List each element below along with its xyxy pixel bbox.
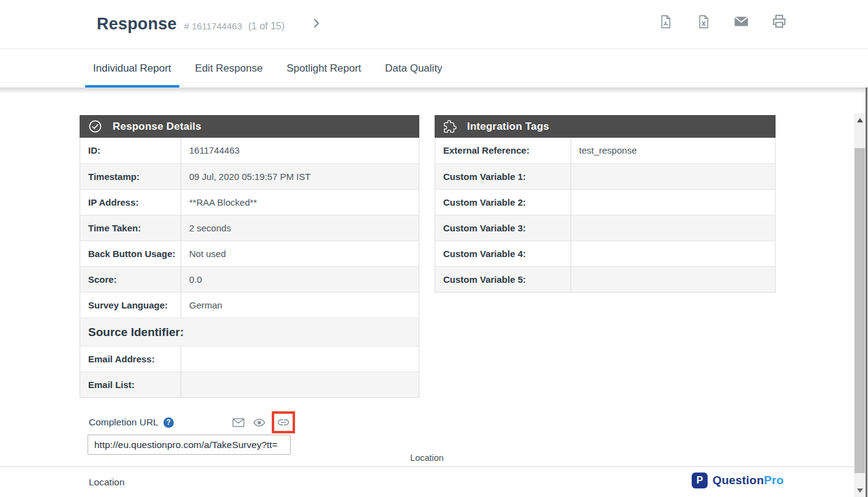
scrollbar-thumb[interactable] (855, 148, 865, 473)
section-divider (0, 466, 865, 467)
panel-title: Response Details (113, 121, 201, 133)
questionpro-logo[interactable]: P QuestionPro (692, 473, 784, 488)
questionpro-logo-mark: P (692, 473, 708, 488)
window-edge (866, 88, 867, 497)
integration-tags-panel: Integration Tags External Reference: tes… (435, 115, 776, 293)
row-value (571, 267, 775, 292)
row-value (571, 190, 775, 215)
row-label: IP Address: (80, 190, 181, 215)
completion-url-input[interactable] (88, 435, 291, 455)
row-value: Not used (181, 241, 419, 266)
table-row: Custom Variable 4: (435, 241, 775, 266)
questionpro-logo-text: QuestionPro (713, 474, 784, 487)
table-row: Custom Variable 2: (435, 189, 775, 215)
table-row: ID: 1611744463 (80, 138, 419, 163)
row-value (571, 215, 775, 241)
triangle-down-icon (857, 488, 863, 493)
row-value: test_response (571, 138, 775, 163)
location-heading: Location (89, 477, 125, 488)
table-row: Custom Variable 5: (435, 266, 775, 292)
page-header: Response # 1611744463 (1 of 15) (0, 0, 868, 49)
annotation-highlight-box (272, 411, 295, 433)
table-row: External Reference: test_response (435, 138, 775, 163)
next-response-button[interactable] (310, 17, 323, 29)
table-row: Email Address: (80, 346, 419, 372)
row-label: Email Address: (80, 346, 181, 372)
tabbar-shadow (0, 88, 868, 94)
header-toolbar (657, 13, 787, 29)
response-position: (1 of 15) (248, 21, 285, 32)
report-tabs: Individual ReportEdit ResponseSpotlight … (0, 50, 868, 88)
tab-edit-response[interactable]: Edit Response (187, 50, 271, 88)
row-value: 2 seconds (181, 215, 419, 241)
tab-data-quality[interactable]: Data Quality (377, 50, 451, 88)
vertical-scrollbar[interactable] (854, 113, 866, 497)
location-heading-center: Location (0, 453, 854, 463)
row-label: Custom Variable 2: (435, 190, 571, 215)
chevron-right-icon (310, 17, 323, 29)
row-value: 0.0 (181, 267, 419, 292)
row-value (571, 164, 775, 189)
send-email-icon[interactable] (231, 416, 245, 429)
row-label: Custom Variable 3: (435, 215, 571, 241)
table-row: Source Identifier: (80, 318, 419, 346)
pdf-export-icon[interactable] (657, 13, 673, 29)
tab-individual-report[interactable]: Individual Report (85, 50, 179, 88)
row-label: Timestamp: (80, 164, 181, 189)
row-value: **RAA Blocked** (181, 190, 419, 215)
panel-title: Integration Tags (467, 121, 549, 133)
table-row: Survey Language: German (80, 292, 419, 318)
table-row: Custom Variable 1: (435, 163, 775, 189)
row-label: Custom Variable 1: (435, 164, 571, 189)
title-group: Response # 1611744463 (1 of 15) (97, 15, 323, 34)
table-row: IP Address: **RAA Blocked** (80, 189, 419, 215)
completion-url-row: Completion URL (89, 411, 295, 434)
puzzle-icon (443, 120, 457, 133)
row-label: Source Identifier: (80, 318, 419, 346)
scroll-down-button[interactable] (854, 484, 866, 497)
check-circle-icon (88, 119, 102, 133)
response-id: # 1611744463 (184, 21, 242, 31)
row-label: Email List: (80, 372, 181, 397)
row-value (181, 346, 419, 372)
table-row: Back Button Usage: Not used (80, 241, 419, 266)
table-row: Time Taken: 2 seconds (80, 215, 419, 241)
copy-link-icon[interactable] (277, 416, 290, 429)
help-icon[interactable] (163, 417, 174, 428)
row-label: Custom Variable 4: (435, 241, 571, 266)
page-title: Response (97, 15, 177, 34)
integration-tags-table: External Reference: test_response Custom… (435, 138, 776, 293)
integration-tags-header: Integration Tags (435, 115, 776, 138)
row-label: Time Taken: (80, 215, 181, 241)
row-value (181, 372, 419, 397)
triangle-up-icon (857, 118, 863, 122)
response-details-panel: Response Details ID: 1611744463 Timestam… (80, 115, 419, 398)
completion-url-label: Completion URL (89, 417, 159, 428)
row-label: Score: (80, 267, 181, 292)
row-label: External Reference: (435, 138, 571, 163)
print-icon[interactable] (771, 13, 787, 29)
excel-export-icon[interactable] (695, 13, 711, 29)
tab-spotlight-report[interactable]: Spotlight Report (279, 50, 369, 88)
table-row: Timestamp: 09 Jul, 2020 05:19:57 PM IST (80, 163, 419, 189)
email-icon[interactable] (733, 13, 749, 29)
row-label: Back Button Usage: (80, 241, 181, 266)
table-row: Score: 0.0 (80, 266, 419, 292)
row-value: 09 Jul, 2020 05:19:57 PM IST (181, 164, 419, 189)
response-details-header: Response Details (80, 115, 419, 138)
row-value: German (181, 293, 419, 318)
row-value (571, 241, 775, 266)
row-label: Survey Language: (80, 293, 181, 318)
table-row: Email List: (80, 372, 419, 397)
response-details-table: ID: 1611744463 Timestamp: 09 Jul, 2020 0… (80, 138, 419, 398)
row-label: Custom Variable 5: (435, 267, 571, 292)
scroll-up-button[interactable] (854, 113, 866, 127)
table-row: Custom Variable 3: (435, 215, 775, 241)
row-value: 1611744463 (181, 138, 419, 163)
preview-eye-icon[interactable] (252, 416, 266, 429)
row-label: ID: (80, 138, 181, 163)
